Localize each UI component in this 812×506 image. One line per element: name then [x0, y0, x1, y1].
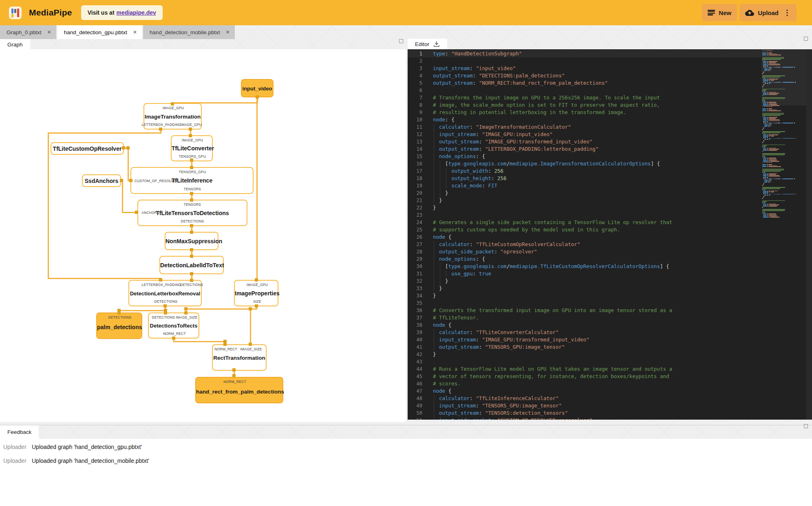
code-line[interactable]: 42} — [408, 351, 761, 358]
code-line[interactable]: 36# Converts the transformed input image… — [408, 307, 761, 314]
code-line[interactable]: 31 use_gpu: true — [408, 270, 761, 277]
code-line[interactable]: 39 calculator: "TfLiteConverterCalculato… — [408, 329, 761, 336]
upload-button[interactable]: Upload ⋮ — [739, 4, 797, 21]
new-button[interactable]: New — [702, 4, 737, 21]
new-graph-icon — [708, 10, 715, 15]
graph-node-TfLiteConverter[interactable]: TfLiteConverterIMAGE_GPUTENSORS_GPU — [171, 135, 213, 161]
graph-node-hand_rect_from_palm_detections[interactable]: hand_rect_from_palm_detectionsNORM_RECT — [195, 377, 283, 403]
code-line[interactable]: 23 — [408, 211, 761, 219]
close-icon[interactable]: ✕ — [47, 29, 51, 35]
code-line[interactable]: 8# image, the scale_mode option is set t… — [408, 101, 761, 109]
graph-node-RectTransformation[interactable]: RectTransformationNORM_RECTIMAGE_SIZE — [212, 344, 267, 371]
code-line[interactable]: 43 — [408, 358, 761, 365]
code-line[interactable]: 20 } — [408, 189, 761, 197]
graph-node-TfLiteCustomOpResolver[interactable]: TfLiteCustomOpResolver — [51, 142, 124, 155]
code-line[interactable]: 29 node_options: { — [408, 255, 761, 263]
code-line[interactable]: 13 output_stream: "IMAGE_GPU:transformed… — [408, 138, 761, 145]
graph-node-palm_detections[interactable]: palm_detectionsDETECTIONS — [96, 312, 142, 339]
code-line[interactable]: 7# Transforms the input image on GPU to … — [408, 94, 761, 101]
graph-node-title: DetectionsToRects — [149, 323, 199, 329]
code-line[interactable]: 24# Generates a single side packet conta… — [408, 219, 761, 226]
line-number: 14 — [408, 145, 422, 153]
port-label: TENSORS — [184, 202, 201, 207]
port-label: LETTERBOX_PADDING — [142, 123, 181, 127]
graph-node-SsdAnchors[interactable]: SsdAnchors — [82, 174, 121, 187]
tab-graph-view[interactable]: Graph — [0, 39, 30, 50]
maximize-editor-pane-icon[interactable] — [804, 37, 808, 41]
code-line[interactable]: 3input_stream: "input_video" — [408, 65, 761, 72]
code-line[interactable]: 34} — [408, 292, 761, 299]
code-line[interactable]: 50 output_stream: "TENSORS:detection_ten… — [408, 409, 761, 417]
code-line[interactable]: 27 calculator: "TfLiteCustomOpResolverCa… — [408, 241, 761, 248]
graph-node-NonMaxSuppression[interactable]: NonMaxSuppression — [165, 232, 218, 250]
line-number: 44 — [408, 365, 422, 373]
code-line[interactable]: 9# resulting in potential letterboxing i… — [408, 109, 761, 116]
code-line[interactable]: 1type: "HandDetectionSubgraph" — [408, 50, 761, 57]
code-line[interactable]: 49 input_stream: "TENSORS_GPU:image_tens… — [408, 402, 761, 409]
code-line[interactable]: 51 input_side_packet: "CUSTOM_OP_RESOLVE… — [408, 417, 761, 420]
tab-hand-detection-mobile-pbtxt[interactable]: hand_detection_mobile.pbtxt ✕ — [143, 25, 235, 39]
code-line[interactable]: 37# TfLiteTensor. — [408, 314, 761, 321]
code-line[interactable]: 5output_stream: "NORM_RECT:hand_rect_fro… — [408, 79, 761, 87]
code-line[interactable]: 26node { — [408, 233, 761, 241]
code-line[interactable]: 14 output_stream: "LETTERBOX_PADDING:let… — [408, 145, 761, 153]
code-line[interactable]: 11 calculator: "ImageTransformationCalcu… — [408, 123, 761, 131]
code-line[interactable]: 18 output_height: 256 — [408, 175, 761, 182]
code-line[interactable]: 2 — [408, 57, 761, 65]
line-number: 47 — [408, 387, 422, 395]
graph-canvas[interactable]: input_videoImageTransformationIMAGE_GPUL… — [0, 49, 406, 422]
close-icon[interactable]: ✕ — [133, 29, 137, 35]
code-line[interactable]: 48 calculator: "TfLiteInferenceCalculato… — [408, 395, 761, 402]
code-line[interactable]: 45# vector of tensors representing, for … — [408, 373, 761, 380]
code-line[interactable]: 46# scores. — [408, 380, 761, 387]
code-line[interactable]: 35 — [408, 299, 761, 307]
graph-node-ImageTransformation[interactable]: ImageTransformationIMAGE_GPULETTERBOX_PA… — [143, 103, 202, 130]
code-line[interactable]: 40 input_stream: "IMAGE_GPU:transformed_… — [408, 336, 761, 343]
code-line[interactable]: 12 input_stream: "IMAGE_GPU:input_video" — [408, 131, 761, 138]
graph-node-input_video[interactable]: input_video — [241, 79, 274, 97]
code-line[interactable]: 28 output_side_packet: "opresolver" — [408, 248, 761, 255]
download-icon[interactable] — [433, 41, 440, 47]
graph-node-TfLiteInference[interactable]: TfLiteInferenceTENSORS_GPUCUSTOM_OP_RESO… — [130, 167, 254, 194]
graph-node-DetectionsToRects[interactable]: DetectionsToRectsDETECTIONSIMAGE_SIZENOR… — [148, 312, 199, 339]
mediapipe-link[interactable]: mediapipe.dev — [117, 9, 156, 16]
code-area[interactable]: 1type: "HandDetectionSubgraph"23input_st… — [408, 50, 761, 420]
maximize-graph-pane-icon[interactable] — [399, 39, 403, 43]
code-line[interactable]: 17 output_width: 256 — [408, 167, 761, 175]
edge-connector-dot — [184, 307, 188, 310]
line-number: 40 — [408, 336, 422, 343]
code-line[interactable]: 30 [type.googleapis.com/mediapipe.TfLite… — [408, 263, 761, 270]
tab-graph-0-pbtxt[interactable]: Graph_0.pbtxt ✕ — [0, 25, 56, 39]
graph-node-TfLiteTensorsToDetections[interactable]: TfLiteTensorsToDetectionsTENSORSANCHORSD… — [137, 200, 247, 226]
code-line[interactable]: 38node { — [408, 321, 761, 329]
code-line[interactable]: 16 [type.googleapis.com/mediapipe.ImageT… — [408, 160, 761, 167]
line-number: 50 — [408, 409, 422, 417]
tab-feedback[interactable]: Feedback — [0, 425, 39, 439]
graph-node-ImageProperties[interactable]: ImagePropertiesIMAGE_GPUSIZE — [234, 280, 278, 306]
code-line[interactable]: 21 } — [408, 197, 761, 204]
code-editor[interactable]: 1type: "HandDetectionSubgraph"23input_st… — [408, 49, 812, 420]
graph-node-DetectionLabelIdToText[interactable]: DetectionLabelIdToText — [159, 256, 224, 274]
close-icon[interactable]: ✕ — [226, 29, 230, 35]
code-line[interactable]: 44# Runs a TensorFlow Lite model on GPU … — [408, 365, 761, 373]
graph-node-DetectionLetterboxRemoval[interactable]: DetectionLetterboxRemovalLETTERBOX_PADDI… — [128, 280, 202, 306]
code-line[interactable]: 33 } — [408, 285, 761, 292]
code-line[interactable]: 15 node_options: { — [408, 153, 761, 160]
code-line[interactable]: 41 output_stream: "TENSORS_GPU:image_ten… — [408, 343, 761, 351]
maximize-feedback-pane-icon[interactable] — [804, 424, 808, 428]
code-line[interactable]: 6 — [408, 87, 761, 94]
tab-hand-detection-gpu-pbtxt[interactable]: hand_detection_gpu.pbtxt ✕ — [57, 25, 142, 39]
code-line[interactable]: 25# supports custom ops needed by the mo… — [408, 226, 761, 233]
code-line[interactable]: 47node { — [408, 387, 761, 395]
tab-editor[interactable]: Editor — [408, 39, 447, 49]
minimap[interactable] — [761, 50, 806, 218]
upload-menu-icon[interactable]: ⋮ — [783, 8, 791, 17]
edge-connector-dot — [190, 192, 193, 195]
code-line[interactable]: 10node: { — [408, 116, 761, 123]
code-line[interactable]: 32 } — [408, 277, 761, 285]
code-line[interactable]: 22} — [408, 204, 761, 211]
upload-button-label: Upload — [758, 9, 779, 16]
editor-scrollbar[interactable] — [806, 49, 812, 420]
code-line[interactable]: 4output_stream: "DETECTIONS:palm_detecti… — [408, 72, 761, 79]
code-line[interactable]: 19 scale_mode: FIT — [408, 182, 761, 189]
